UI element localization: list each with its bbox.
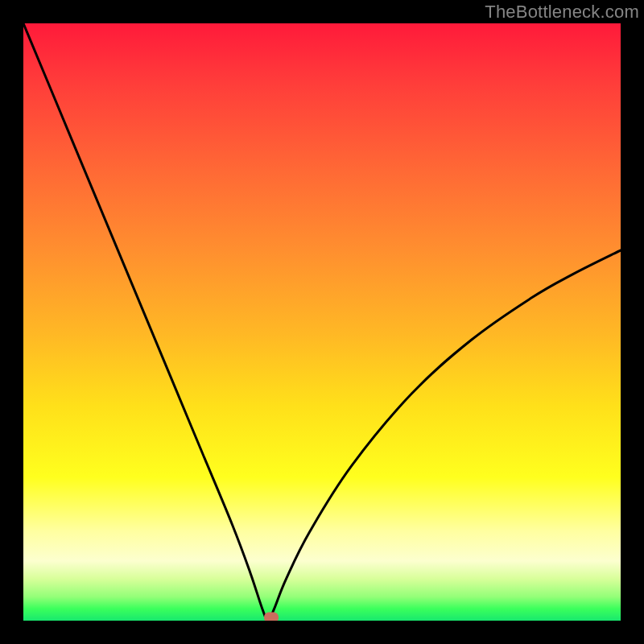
gradient-background [23, 23, 621, 621]
watermark-text: TheBottleneck.com [485, 2, 639, 23]
chart-frame [23, 23, 621, 621]
